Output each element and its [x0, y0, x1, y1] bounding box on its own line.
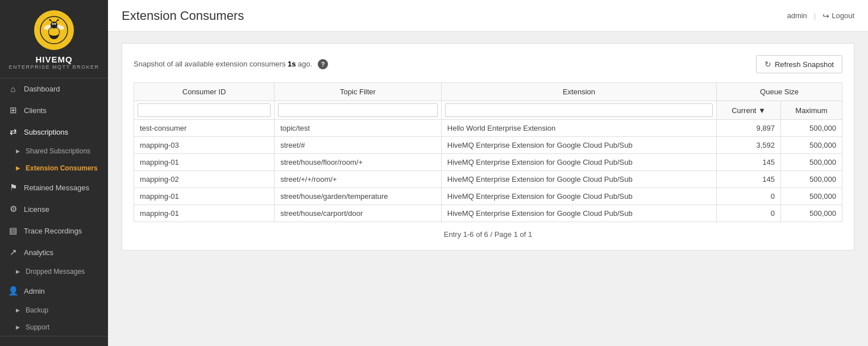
cell-consumer-id: test-consumer	[134, 120, 275, 137]
snapshot-age: 1s	[288, 60, 296, 68]
cell-topic-filter: street/house/garden/temperature	[275, 188, 442, 205]
help-tooltip-icon[interactable]: ?	[318, 59, 328, 69]
filter-consumer-id-input[interactable]	[138, 103, 271, 117]
username-label: admin	[787, 11, 807, 20]
logout-label: Logout	[832, 11, 854, 20]
col-current-header[interactable]: Current ▼	[717, 101, 781, 120]
filter-topic-filter-input[interactable]	[278, 103, 438, 117]
arrow-icon-2: ▶	[16, 165, 20, 171]
filter-topic-filter-header	[275, 101, 442, 120]
sidebar-bottom: ? Help	[0, 336, 108, 346]
svg-point-10	[49, 19, 51, 21]
subscriptions-icon: ⇄	[8, 127, 18, 137]
cell-maximum: 500,000	[780, 171, 842, 188]
cell-current: 145	[717, 171, 781, 188]
col-extension[interactable]: Extension	[441, 83, 716, 101]
arrow-icon: ▶	[16, 148, 20, 154]
sidebar-sub-dropped-messages[interactable]: ▶ Dropped Messages	[0, 263, 108, 280]
snapshot-prefix: Snapshot of all available extension cons…	[134, 60, 285, 68]
shared-subscriptions-label: Shared Subscriptions	[26, 147, 90, 155]
cell-consumer-id: mapping-01	[134, 154, 275, 171]
sidebar-item-admin[interactable]: 👤 Admin	[0, 280, 108, 302]
col-maximum-header[interactable]: Maximum	[780, 101, 842, 120]
col-topic-filter[interactable]: Topic Filter	[275, 83, 442, 101]
sidebar-item-retained-messages[interactable]: ⚑ Retained Messages	[0, 177, 108, 198]
snapshot-bar: Snapshot of all available extension cons…	[134, 55, 842, 73]
svg-point-3	[49, 30, 59, 36]
cell-extension: Hello World Enterprise Extension	[441, 120, 716, 137]
table-row: test-consumertopic/testHello World Enter…	[134, 120, 842, 137]
cell-topic-filter: street/#	[275, 137, 442, 154]
cell-extension: HiveMQ Enterprise Extension for Google C…	[441, 171, 716, 188]
cell-current: 3,592	[717, 137, 781, 154]
cell-maximum: 500,000	[780, 120, 842, 137]
cell-topic-filter: street/+/+/room/+	[275, 171, 442, 188]
sidebar-item-subscriptions-label: Subscriptions	[24, 128, 68, 136]
svg-point-6	[51, 22, 57, 28]
retained-messages-icon: ⚑	[8, 182, 18, 193]
sidebar-item-admin-label: Admin	[24, 287, 45, 295]
arrow-icon-4: ▶	[16, 307, 20, 313]
sidebar-item-clients-label: Clients	[24, 106, 47, 115]
brand-subtitle: ENTERPRISE MQTT BROKER	[9, 64, 99, 70]
col-queue-size: Queue Size	[717, 83, 842, 101]
refresh-snapshot-button[interactable]: ↻ Refresh Snapshot	[756, 55, 842, 73]
logout-arrow-icon: ↪	[823, 11, 829, 20]
cell-current: 0	[717, 188, 781, 205]
support-label: Support	[26, 323, 49, 331]
sidebar-item-analytics-label: Analytics	[24, 248, 53, 257]
sidebar-item-help[interactable]: ? Help	[0, 342, 108, 346]
cell-current: 145	[717, 154, 781, 171]
arrow-icon-3: ▶	[16, 269, 20, 274]
logo-icon	[34, 10, 74, 50]
cell-current: 0	[717, 205, 781, 222]
sidebar-sub-shared-subscriptions[interactable]: ▶ Shared Subscriptions	[0, 143, 108, 160]
filter-extension-input[interactable]	[445, 103, 713, 117]
cell-topic-filter: topic/test	[275, 120, 442, 137]
cell-maximum: 500,000	[780, 154, 842, 171]
table-row: mapping-01street/house/floor/room/+HiveM…	[134, 154, 842, 171]
logout-button[interactable]: ↪ Logout	[823, 11, 854, 20]
snapshot-suffix: ago.	[298, 60, 312, 68]
admin-icon: 👤	[8, 286, 18, 296]
table-row: mapping-02street/+/+/room/+HiveMQ Enterp…	[134, 171, 842, 188]
svg-point-12	[57, 19, 59, 21]
sidebar-sub-extension-consumers[interactable]: ▶ Extension Consumers	[0, 160, 108, 177]
cell-extension: HiveMQ Enterprise Extension for Google C…	[441, 205, 716, 222]
clients-icon: ⊞	[8, 105, 18, 115]
cell-consumer-id: mapping-01	[134, 205, 275, 222]
content-area: Snapshot of all available extension cons…	[108, 32, 868, 346]
snapshot-text: Snapshot of all available extension cons…	[134, 59, 328, 69]
cell-consumer-id: mapping-01	[134, 188, 275, 205]
sidebar-item-trace-recordings[interactable]: ▤ Trace Recordings	[0, 220, 108, 241]
cell-consumer-id: mapping-03	[134, 137, 275, 154]
table-body: test-consumertopic/testHello World Enter…	[134, 120, 842, 222]
sidebar-item-dashboard[interactable]: ⌂ Dashboard	[0, 78, 108, 99]
sidebar-item-analytics[interactable]: ↗ Analytics	[0, 241, 108, 263]
license-icon: ⚙	[8, 204, 18, 214]
backup-label: Backup	[26, 306, 48, 314]
sidebar-sub-backup[interactable]: ▶ Backup	[0, 302, 108, 319]
arrow-icon-5: ▶	[16, 324, 20, 330]
table-row: mapping-01street/house/garden/temperatur…	[134, 188, 842, 205]
table-row: mapping-01street/house/carport/doorHiveM…	[134, 205, 842, 222]
sidebar-item-dashboard-label: Dashboard	[24, 85, 60, 93]
table-row: mapping-03street/#HiveMQ Enterprise Exte…	[134, 137, 842, 154]
refresh-icon: ↻	[765, 60, 771, 69]
sidebar-item-trace-recordings-label: Trace Recordings	[24, 227, 82, 235]
cell-maximum: 500,000	[780, 188, 842, 205]
filter-consumer-id-header	[134, 101, 275, 120]
sidebar: HIVEMQ ENTERPRISE MQTT BROKER ⌂ Dashboar…	[0, 0, 108, 346]
sidebar-item-subscriptions[interactable]: ⇄ Subscriptions	[0, 121, 108, 143]
sidebar-item-clients[interactable]: ⊞ Clients	[0, 99, 108, 121]
brand-name: HIVEMQ	[35, 55, 72, 64]
sidebar-sub-support[interactable]: ▶ Support	[0, 319, 108, 336]
svg-point-7	[52, 23, 54, 25]
sidebar-item-license[interactable]: ⚙ License	[0, 198, 108, 220]
col-consumer-id[interactable]: Consumer ID	[134, 83, 275, 101]
cell-consumer-id: mapping-02	[134, 171, 275, 188]
pagination-text: Entry 1-6 of 6 / Page 1 of 1	[444, 230, 532, 239]
refresh-snapshot-label: Refresh Snapshot	[775, 60, 834, 69]
extension-consumers-table: Consumer ID Topic Filter Extension Queue…	[134, 82, 842, 222]
svg-point-8	[55, 23, 56, 25]
